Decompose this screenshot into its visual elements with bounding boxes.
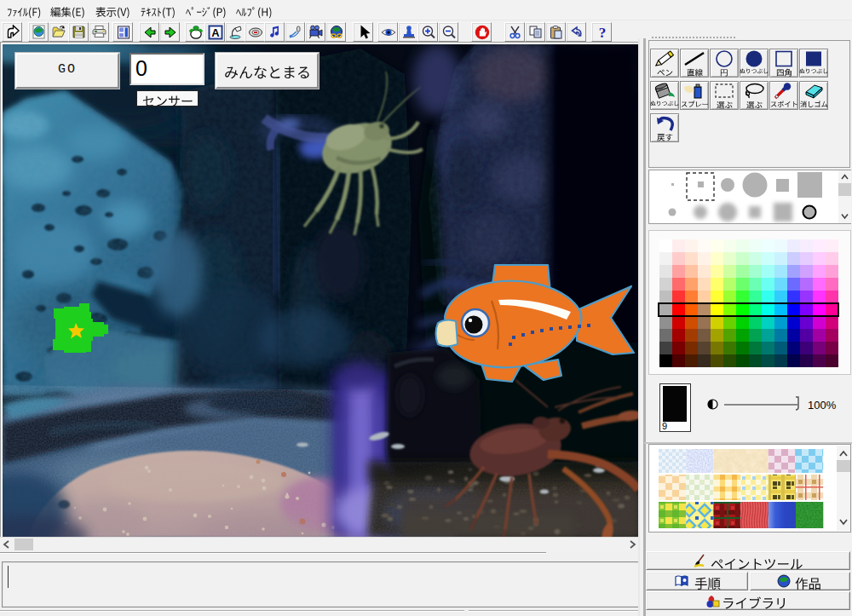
svg-text:A: A [211,26,220,39]
svg-text:?: ? [599,25,607,40]
